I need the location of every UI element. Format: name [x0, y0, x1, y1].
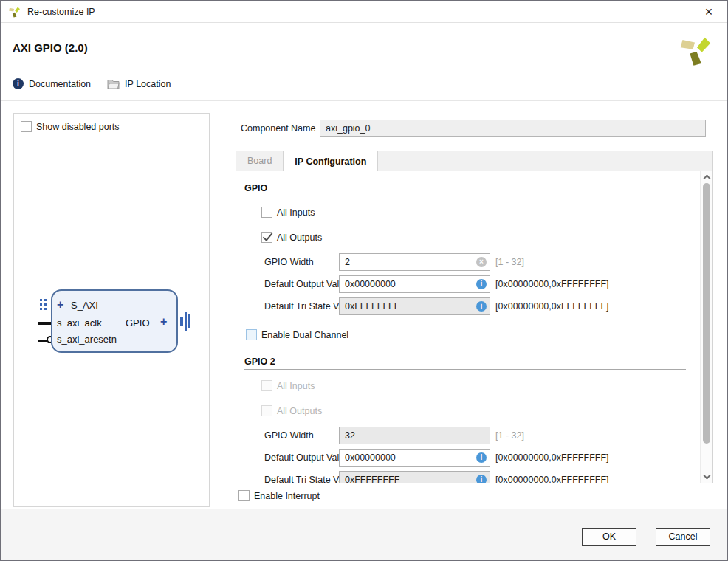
tab-board[interactable]: Board: [236, 151, 283, 171]
gpio2-default-output-value-input[interactable]: [339, 449, 490, 467]
gpio2-default-output-value-range: [0x00000000,0xFFFFFFFF]: [495, 452, 609, 463]
component-name-input[interactable]: [320, 120, 706, 137]
show-disabled-ports-checkbox[interactable]: [21, 121, 32, 132]
cancel-button[interactable]: Cancel: [656, 528, 710, 546]
ip-location-link[interactable]: IP Location: [107, 79, 171, 89]
gpio-width-input[interactable]: [339, 253, 490, 271]
section-divider: [244, 369, 686, 370]
port-s-axi: S_AXI: [71, 300, 98, 311]
port-gpio: GPIO: [126, 317, 150, 328]
vertical-scrollbar[interactable]: [700, 171, 712, 483]
configuration-tab-panel: Board IP Configuration GPIO All Inputs A…: [236, 151, 713, 483]
dialog-header: AXI GPIO (2.0) i Documentation IP Locati…: [1, 24, 727, 101]
gpio2-default-tri-state-value-range: [0x00000000,0xFFFFFFFF]: [495, 475, 609, 483]
scrollbar-thumb[interactable]: [703, 183, 710, 444]
block-diagram-panel: Show disabled ports + S_AXI s_axi_aclk G…: [13, 113, 210, 507]
ip-configuration-content: GPIO All Inputs All Outputs GPIO Width ×…: [236, 171, 700, 483]
tab-bar: Board IP Configuration: [236, 151, 712, 171]
default-output-value-label: Default Output Value: [264, 279, 349, 289]
component-name-label: Component Name: [241, 123, 315, 134]
clock-port-stub: [38, 322, 52, 325]
gpio-all-outputs-label: All Outputs: [277, 233, 322, 243]
folder-icon: [107, 79, 120, 89]
xilinx-logo: [679, 32, 712, 66]
default-output-value-input[interactable]: [339, 275, 490, 293]
documentation-label: Documentation: [29, 79, 91, 89]
port-s-axi-aclk: s_axi_aclk: [57, 317, 102, 328]
default-output-value-range: [0x00000000,0xFFFFFFFF]: [495, 279, 609, 289]
gpio2-all-inputs-label: All Inputs: [277, 381, 315, 391]
info-icon[interactable]: i: [476, 301, 487, 312]
gpio2-width-label: GPIO Width: [264, 430, 314, 441]
enable-dual-channel-label: Enable Dual Channel: [261, 330, 348, 340]
recustomize-ip-dialog: Re-customize IP × AXI GPIO (2.0) i Docum…: [0, 0, 728, 561]
gpio-bus-icon: [188, 314, 190, 328]
ok-button[interactable]: OK: [582, 528, 636, 546]
gpio2-width-range: [1 - 32]: [495, 430, 524, 441]
interface-port-marker-icon: [40, 299, 47, 310]
show-disabled-ports-label: Show disabled ports: [36, 122, 120, 132]
gpio-width-label: GPIO Width: [264, 257, 314, 267]
gpio2-all-outputs-label: All Outputs: [277, 406, 322, 416]
default-tri-state-value-input: [339, 297, 490, 315]
gpio-expand-icon[interactable]: +: [160, 317, 167, 327]
info-icon[interactable]: i: [476, 475, 487, 483]
gpio-bus-icon: [185, 312, 187, 331]
gpio-all-inputs-label: All Inputs: [277, 207, 315, 218]
gpio2-width-input: [339, 427, 490, 444]
titlebar: Re-customize IP ×: [1, 1, 727, 23]
port-s-axi-aresetn: s_axi_aresetn: [57, 334, 117, 345]
scroll-up-icon[interactable]: [704, 175, 711, 182]
ip-location-label: IP Location: [125, 79, 171, 89]
section-divider: [244, 196, 686, 196]
gpio-bus-icon: [180, 317, 183, 326]
gpio2-default-tri-state-value-input: [339, 471, 490, 483]
gpio-all-inputs-checkbox[interactable]: [261, 207, 272, 218]
info-icon[interactable]: i: [476, 279, 487, 289]
default-tri-state-value-range: [0x00000000,0xFFFFFFFF]: [495, 301, 609, 312]
clear-icon[interactable]: ×: [476, 257, 487, 267]
header-links: i Documentation IP Location: [13, 78, 187, 89]
window-title: Re-customize IP: [27, 7, 95, 17]
info-icon[interactable]: i: [476, 452, 487, 463]
s-axi-expand-icon[interactable]: +: [57, 300, 63, 310]
gpio2-default-output-value-label: Default Output Value: [264, 452, 349, 463]
enable-interrupt-label: Enable Interrupt: [254, 491, 320, 501]
gpio2-all-outputs-checkbox: [261, 405, 272, 416]
documentation-info-icon: i: [13, 78, 24, 89]
tab-ip-configuration[interactable]: IP Configuration: [283, 151, 378, 172]
gpio-all-outputs-checkbox[interactable]: [261, 232, 272, 243]
xilinx-app-icon: [8, 5, 21, 18]
enable-interrupt-checkbox[interactable]: [238, 490, 250, 501]
close-icon[interactable]: ×: [699, 3, 718, 21]
ip-title: AXI GPIO (2.0): [13, 41, 88, 54]
section-gpio2-title: GPIO 2: [244, 357, 275, 367]
section-gpio-title: GPIO: [244, 183, 267, 193]
documentation-link[interactable]: i Documentation: [13, 78, 91, 89]
enable-dual-channel-checkbox[interactable]: [246, 329, 257, 340]
gpio2-all-inputs-checkbox: [261, 380, 272, 391]
scroll-down-icon[interactable]: [704, 472, 711, 480]
gpio-width-range: [1 - 32]: [495, 257, 524, 267]
